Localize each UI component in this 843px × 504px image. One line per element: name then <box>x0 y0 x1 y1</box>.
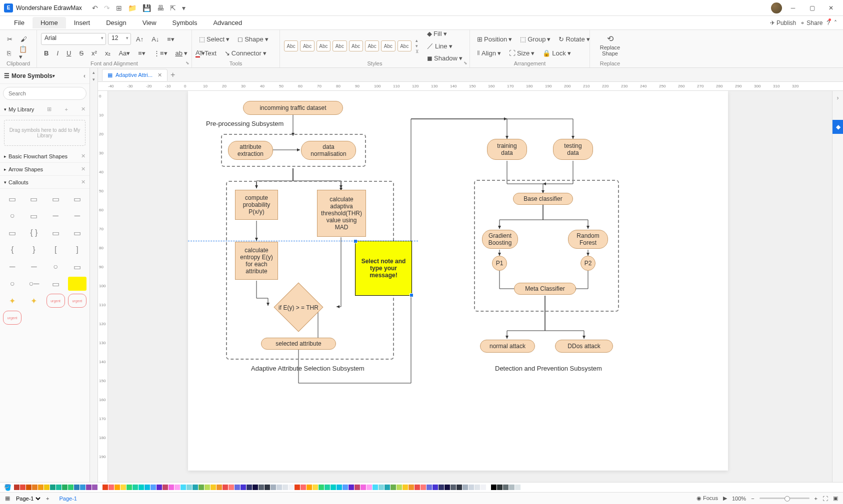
callout-shape[interactable]: ─ <box>3 260 22 274</box>
color-swatch[interactable] <box>126 485 132 490</box>
color-swatch[interactable] <box>366 485 372 490</box>
bullets-icon[interactable]: ⋮≡▾ <box>150 48 170 58</box>
node-calc-entropy[interactable]: calculate entropy E(y) for each attribut… <box>235 242 278 280</box>
color-swatch[interactable] <box>497 485 502 490</box>
color-swatch[interactable] <box>480 485 486 490</box>
color-swatch[interactable] <box>180 485 186 490</box>
callout-shape[interactable]: ─ <box>68 209 86 223</box>
style-up-icon[interactable]: ▴ <box>416 38 419 43</box>
callout-shape[interactable]: [ <box>46 243 65 257</box>
paste-icon[interactable]: 📋▾ <box>16 44 32 62</box>
sticky-note[interactable]: Select note and type your message! <box>355 241 412 296</box>
color-swatch[interactable] <box>444 485 450 490</box>
color-swatch[interactable] <box>396 485 402 490</box>
color-swatch[interactable] <box>32 485 38 490</box>
select-tool[interactable]: ⬚ Select ▾ <box>196 34 232 44</box>
open-icon[interactable]: 📁 <box>128 4 136 12</box>
color-swatch[interactable] <box>26 485 32 490</box>
zoom-slider[interactable] <box>760 498 810 499</box>
zoom-value[interactable]: 100% <box>732 496 746 502</box>
menu-insert[interactable]: Insert <box>66 17 98 28</box>
node-selected-attribute[interactable]: selected attribute <box>261 338 336 350</box>
focus-button[interactable]: ◉ Focus <box>696 495 718 502</box>
color-swatch[interactable] <box>360 485 366 490</box>
fullscreen-icon[interactable]: ▣ <box>833 495 838 502</box>
section-arrow-shapes[interactable]: ▸Arrow Shapes ✕ <box>0 163 90 176</box>
color-swatch[interactable] <box>420 485 426 490</box>
color-swatch[interactable] <box>294 485 300 490</box>
callout-star-shape[interactable]: ✦ <box>24 294 43 308</box>
color-swatch[interactable] <box>120 485 126 490</box>
color-swatch[interactable] <box>138 485 144 490</box>
font-family-select[interactable]: Arial <box>41 33 106 45</box>
node-gradient-boosting[interactable]: Gradient Boosting <box>482 230 518 249</box>
color-swatch[interactable] <box>515 485 520 490</box>
color-swatch[interactable] <box>144 485 150 490</box>
panel-up-icon[interactable]: ▴ <box>92 70 95 75</box>
cut-icon[interactable]: ✂ <box>4 34 16 44</box>
color-swatch[interactable] <box>198 485 204 490</box>
color-swatch[interactable] <box>234 485 240 490</box>
callout-shape[interactable]: } <box>24 243 43 257</box>
lock-button[interactable]: 🔒 Lock▾ <box>540 48 574 58</box>
color-swatch[interactable] <box>258 485 264 490</box>
help-icon[interactable]: ? <box>826 19 830 26</box>
color-swatch[interactable] <box>228 485 234 490</box>
color-swatch[interactable] <box>270 485 276 490</box>
print-icon[interactable]: 🖶 <box>157 4 164 12</box>
color-swatch[interactable] <box>264 485 270 490</box>
superscript-icon[interactable]: x² <box>88 48 100 58</box>
increase-font-icon[interactable]: A↑ <box>133 34 146 44</box>
color-swatch[interactable] <box>402 485 408 490</box>
menu-file[interactable]: File <box>6 17 32 28</box>
style-preset-7[interactable]: Abc <box>381 40 395 51</box>
style-preset-1[interactable]: Abc <box>284 40 298 51</box>
color-swatch[interactable] <box>74 485 80 490</box>
active-page-label[interactable]: Page-1 <box>59 496 76 502</box>
callout-shape[interactable]: ○ <box>3 277 22 291</box>
color-swatch[interactable] <box>102 485 108 490</box>
decrease-font-icon[interactable]: A↓ <box>148 34 162 44</box>
copy-icon[interactable]: ⎘ <box>4 48 14 58</box>
style-preset-8[interactable]: Abc <box>398 40 412 51</box>
callout-shape[interactable]: ▭ <box>68 260 86 274</box>
color-swatch[interactable] <box>300 485 306 490</box>
color-swatch[interactable] <box>330 485 336 490</box>
color-swatch[interactable] <box>282 485 288 490</box>
save-icon[interactable]: 💾 <box>142 4 151 12</box>
color-swatch[interactable] <box>414 485 420 490</box>
callout-shape[interactable]: ▭ <box>3 192 22 206</box>
node-random-forest[interactable]: Random Forest <box>568 230 608 249</box>
color-swatch[interactable] <box>288 485 294 490</box>
subscript-icon[interactable]: x₂ <box>102 48 114 58</box>
close-tab-icon[interactable]: ✕ <box>158 72 162 78</box>
library-drop-zone[interactable]: Drag symbols here to add to My Library <box>4 120 86 146</box>
color-swatch[interactable] <box>378 485 384 490</box>
rotate-button[interactable]: ↻ Rotate▾ <box>556 34 592 44</box>
bold-icon[interactable]: B <box>41 48 52 58</box>
callout-pill-shape[interactable]: urgent <box>3 311 22 325</box>
color-swatch[interactable] <box>56 485 62 490</box>
undo-icon[interactable]: ↶ <box>92 4 98 12</box>
color-swatch[interactable] <box>162 485 168 490</box>
color-swatch[interactable] <box>132 485 138 490</box>
color-swatch[interactable] <box>62 485 68 490</box>
format-painter-icon[interactable]: 🖌 <box>18 34 30 44</box>
menu-design[interactable]: Design <box>98 17 134 28</box>
line-spacing-icon[interactable]: ≡▾ <box>135 48 148 58</box>
callout-shape[interactable]: { } <box>24 226 43 240</box>
color-swatch[interactable] <box>503 485 508 490</box>
callout-shape[interactable]: ○─ <box>24 277 43 291</box>
color-swatch[interactable] <box>168 485 174 490</box>
maximize-button[interactable]: ▢ <box>804 0 820 16</box>
color-swatch[interactable] <box>108 485 114 490</box>
color-swatch[interactable] <box>114 485 120 490</box>
document-tab[interactable]: ▦ Adaptive Attri... ✕ <box>102 69 168 81</box>
close-button[interactable]: ✕ <box>823 0 839 16</box>
node-normal-attack[interactable]: normal attack <box>480 340 535 353</box>
callout-star-shape[interactable]: ✦ <box>3 294 22 308</box>
callout-shape[interactable]: ▭ <box>46 226 65 240</box>
color-swatch[interactable] <box>92 485 98 490</box>
node-incoming-dataset[interactable]: incomming traffic dataset <box>243 101 343 115</box>
collapse-ribbon-icon[interactable]: ˄ <box>834 19 837 26</box>
